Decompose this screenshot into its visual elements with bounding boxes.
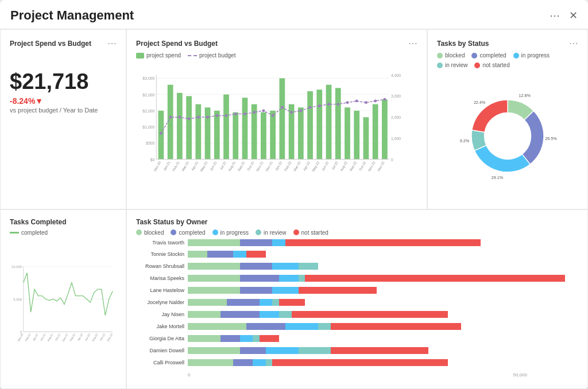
segment-completed xyxy=(240,275,279,282)
svg-text:$500: $500 xyxy=(146,141,154,145)
legend-in-progress-label: in progress xyxy=(521,52,550,59)
svg-point-54 xyxy=(272,114,274,117)
svg-text:Oct-21: Oct-21 xyxy=(55,333,61,341)
owner-bar xyxy=(188,347,578,354)
owner-name: Rowan Shrubsall xyxy=(136,263,188,269)
segment-in-review xyxy=(299,263,318,270)
legend-completed-icon xyxy=(471,53,477,59)
title-bar-actions: ⋯ ✕ xyxy=(550,9,578,22)
segment-in-progress xyxy=(260,299,273,306)
svg-text:Apr-22: Apr-22 xyxy=(77,333,84,341)
svg-rect-24 xyxy=(223,95,229,160)
spend-chart-area: $0$500$1,000$2,000$2,000$3,00001,0002,00… xyxy=(136,62,417,201)
segment-in-review xyxy=(318,323,331,330)
segment-blocked xyxy=(188,299,227,306)
svg-point-66 xyxy=(383,98,386,101)
svg-text:Dec-22: Dec-22 xyxy=(377,161,385,172)
legend-blocked: blocked xyxy=(437,52,465,59)
tasks-completed-card: Tasks Completed completed 05,00010,000De… xyxy=(0,209,126,390)
segment-blocked xyxy=(188,251,207,258)
owner-row: Damien Dowell xyxy=(136,347,578,354)
owner-row: Travis Isworth xyxy=(136,239,578,246)
svg-point-51 xyxy=(243,112,246,115)
svg-text:May-21: May-21 xyxy=(199,161,208,172)
segment-not-started xyxy=(331,323,461,330)
tasks-status-menu[interactable]: ⋯ xyxy=(569,38,578,49)
owner-legend-completed-icon xyxy=(171,229,176,235)
owner-name: Calli Proswell xyxy=(136,360,188,365)
svg-point-47 xyxy=(206,116,209,119)
owner-row: Rowan Shrubsall xyxy=(136,263,578,270)
svg-text:0: 0 xyxy=(391,158,393,162)
svg-text:2,000: 2,000 xyxy=(391,115,401,119)
segment-not-started xyxy=(299,287,377,294)
svg-point-60 xyxy=(327,103,330,106)
owner-legend-completed: completed xyxy=(171,229,205,236)
svg-point-57 xyxy=(299,109,302,112)
svg-rect-33 xyxy=(307,91,313,160)
segment-completed xyxy=(240,239,273,246)
close-icon[interactable]: ✕ xyxy=(569,9,578,22)
svg-point-48 xyxy=(215,114,218,117)
svg-point-65 xyxy=(374,100,377,103)
owner-legend-not-started-icon xyxy=(293,229,299,235)
legend-spend: project spend xyxy=(136,52,181,59)
tasks-status-title: Tasks by Status xyxy=(437,40,489,48)
segment-completed xyxy=(220,335,240,342)
segment-not-started xyxy=(292,311,448,318)
spend-kpi-menu[interactable]: ⋯ xyxy=(107,38,117,49)
tasks-status-legend: blocked completed in progress in review … xyxy=(437,52,578,68)
svg-text:Dec-22: Dec-22 xyxy=(106,333,113,342)
svg-text:10,000: 10,000 xyxy=(11,264,22,268)
svg-rect-18 xyxy=(168,85,173,160)
svg-text:Jul-22: Jul-22 xyxy=(331,161,338,170)
svg-text:Apr-21: Apr-21 xyxy=(32,333,39,341)
svg-point-52 xyxy=(253,111,256,114)
owner-bar xyxy=(188,299,578,306)
svg-rect-22 xyxy=(205,107,211,159)
owner-row: Jake Mortell xyxy=(136,323,578,330)
spend-kpi-title: Project Spend vs Budget xyxy=(10,40,91,48)
legend-in-review-label: in review xyxy=(445,62,467,68)
svg-rect-32 xyxy=(298,107,304,159)
segment-in-progress xyxy=(272,239,285,246)
segment-blocked xyxy=(188,287,240,294)
svg-text:4,000: 4,000 xyxy=(391,73,401,77)
segment-completed xyxy=(207,251,233,258)
tasks-completed-legend: completed xyxy=(10,229,117,236)
owner-bar xyxy=(188,287,578,294)
owner-bar xyxy=(188,323,578,330)
svg-text:Nov-22: Nov-22 xyxy=(368,161,376,172)
segment-not-started xyxy=(279,299,305,306)
spend-chart-menu[interactable]: ⋯ xyxy=(408,38,417,49)
svg-text:Feb-21: Feb-21 xyxy=(25,333,32,342)
svg-point-64 xyxy=(365,101,368,104)
legend-completed: completed xyxy=(471,52,506,59)
options-icon[interactable]: ⋯ xyxy=(550,9,560,22)
segment-in-review xyxy=(299,275,305,282)
legend-budget-label: project budget xyxy=(199,52,235,59)
owner-legend-in-progress-icon xyxy=(212,229,218,235)
kpi-value: $21,718 xyxy=(10,69,117,94)
segment-not-started xyxy=(331,347,428,354)
svg-point-46 xyxy=(197,116,200,119)
legend-budget-icon xyxy=(188,55,197,56)
spend-kpi-card: Project Spend vs Budget ⋯ $21,718 -8.24%… xyxy=(0,29,126,209)
segment-completed xyxy=(233,359,253,366)
donut-wrap: 12.8%26.5%29.1%9.2%22.4% xyxy=(437,72,578,201)
legend-in-progress-icon xyxy=(513,53,519,59)
tasks-completed-svg: 05,00010,000Dec-20Feb-21Apr-21Jun-21Aug-… xyxy=(10,239,117,381)
svg-rect-20 xyxy=(186,96,192,160)
segment-in-progress xyxy=(253,359,266,366)
svg-rect-34 xyxy=(316,90,322,160)
svg-point-58 xyxy=(309,106,312,109)
segment-in-progress xyxy=(266,347,299,354)
svg-text:5,000: 5,000 xyxy=(13,297,22,301)
spend-chart-title: Project Spend vs Budget xyxy=(136,40,218,48)
segment-completed xyxy=(220,311,260,318)
svg-text:3,000: 3,000 xyxy=(391,94,401,98)
svg-text:$2,000: $2,000 xyxy=(142,93,154,97)
spend-chart-svg: $0$500$1,000$2,000$2,000$3,00001,0002,00… xyxy=(136,62,417,201)
owner-legend-not-started: not started xyxy=(293,229,328,236)
svg-text:9.2%: 9.2% xyxy=(460,139,470,144)
